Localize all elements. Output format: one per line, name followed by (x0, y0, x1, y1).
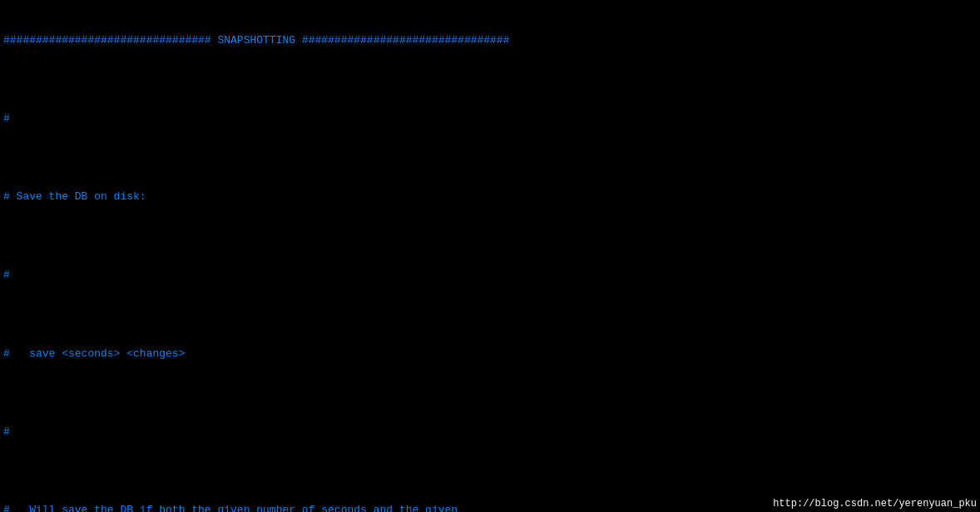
line-3: # Save the DB on disk: (3, 190, 977, 205)
line-1: ################################ SNAPSHO… (3, 33, 977, 49)
url-bar: http://blog.csdn.net/yerenyuan_pku (770, 496, 980, 512)
line-2: # (3, 111, 977, 127)
line-6: # (3, 425, 977, 441)
terminal-window: ################################ SNAPSHO… (0, 0, 980, 512)
line-5: # save <seconds> <changes> (3, 347, 977, 362)
line-4: # (3, 268, 977, 283)
